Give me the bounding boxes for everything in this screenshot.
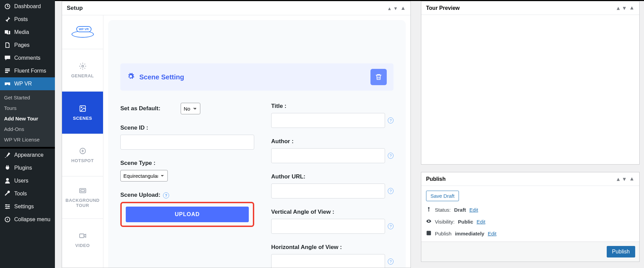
label-scene-id: Scene ID : bbox=[120, 125, 254, 131]
move-down-icon[interactable]: ▾ bbox=[623, 5, 626, 11]
svg-point-1 bbox=[8, 206, 9, 207]
field-vview: Vertical Angle of View : ? bbox=[271, 209, 394, 234]
author-url-input[interactable] bbox=[271, 184, 385, 198]
sidebar-submenu: Get Started Tours Add New Tour Add-Ons W… bbox=[0, 90, 55, 147]
move-up-icon[interactable]: ▴ bbox=[388, 5, 391, 12]
sidebar-item-tools[interactable]: Tools bbox=[0, 187, 55, 200]
move-up-icon[interactable]: ▴ bbox=[617, 176, 620, 182]
delete-scene-button[interactable] bbox=[370, 69, 387, 85]
brush-icon bbox=[4, 152, 11, 158]
field-scene-type: Scene Type : Equirectangular bbox=[120, 160, 254, 181]
info-icon[interactable]: ? bbox=[388, 259, 394, 265]
sidebar-item-appearance[interactable]: Appearance bbox=[0, 149, 55, 161]
svg-point-6 bbox=[81, 107, 82, 108]
user-icon bbox=[4, 177, 11, 184]
edit-schedule-link[interactable]: Edit bbox=[488, 231, 497, 236]
sub-license[interactable]: WP VR License bbox=[0, 134, 55, 145]
sub-add-new-tour[interactable]: Add New Tour bbox=[0, 113, 55, 124]
setup-panel-header[interactable]: Setup ▴ ▾ ▲ bbox=[62, 1, 410, 15]
vtab-general[interactable]: GENERAL bbox=[62, 49, 103, 92]
sidebar-item-pages[interactable]: Pages bbox=[0, 39, 55, 52]
vtab-label: SCENES bbox=[73, 116, 92, 121]
vtab-scenes[interactable]: SCENES bbox=[62, 92, 103, 134]
publish-panel: Publish ▴ ▾ ▲ Save Draft Status: Draft E… bbox=[421, 172, 640, 262]
field-author: Author : ? bbox=[271, 138, 394, 163]
section-title: Scene Setting bbox=[139, 73, 184, 81]
comment-icon bbox=[4, 55, 11, 61]
sidebar-label: Fluent Forms bbox=[14, 68, 46, 74]
svg-point-4 bbox=[82, 65, 84, 67]
default-select[interactable]: No bbox=[181, 103, 200, 114]
key-icon bbox=[426, 207, 431, 213]
sidebar-item-wpvr[interactable]: WP VR bbox=[0, 77, 55, 90]
info-icon[interactable]: ? bbox=[388, 188, 394, 194]
author-input[interactable] bbox=[271, 148, 385, 163]
form-icon bbox=[4, 68, 11, 74]
edit-visibility-link[interactable]: Edit bbox=[477, 219, 485, 225]
svg-rect-18 bbox=[427, 231, 430, 235]
schedule-value: immediately bbox=[455, 231, 484, 236]
svg-rect-12 bbox=[79, 234, 84, 238]
vtab-video[interactable]: VIDEO bbox=[62, 219, 103, 261]
toggle-icon[interactable]: ▲ bbox=[400, 5, 406, 12]
info-icon[interactable]: ? bbox=[388, 153, 394, 159]
move-up-icon[interactable]: ▴ bbox=[617, 5, 620, 11]
move-down-icon[interactable]: ▾ bbox=[623, 176, 626, 182]
save-draft-button[interactable]: Save Draft bbox=[426, 191, 459, 201]
sidebar-item-collapse[interactable]: Collapse menu bbox=[0, 213, 55, 226]
hview-input[interactable] bbox=[271, 254, 385, 268]
media-icon bbox=[4, 29, 11, 36]
toggle-icon[interactable]: ▲ bbox=[629, 176, 635, 182]
wpvr-logo: WP VR bbox=[62, 15, 103, 49]
sidebar-item-users[interactable]: Users bbox=[0, 174, 55, 187]
sidebar-item-settings[interactable]: Settings bbox=[0, 200, 55, 213]
vtab-bgtour[interactable]: BACKGROUND TOUR bbox=[62, 176, 103, 219]
sidebar-item-posts[interactable]: Posts bbox=[0, 13, 55, 26]
setup-panel: Setup ▴ ▾ ▲ WP VR GENERAL SCENES bbox=[62, 1, 411, 268]
scene-setting-header: Scene Setting bbox=[120, 63, 394, 91]
svg-rect-10 bbox=[79, 189, 85, 193]
admin-sidebar: Dashboard Posts Media Pages Comments Flu… bbox=[0, 0, 55, 268]
sidebar-item-comments[interactable]: Comments bbox=[0, 52, 55, 64]
title-input[interactable] bbox=[271, 113, 385, 128]
info-icon[interactable]: ? bbox=[388, 223, 394, 229]
publish-title: Publish bbox=[426, 176, 446, 182]
field-author-url: Author URL: ? bbox=[271, 173, 394, 198]
vview-input[interactable] bbox=[271, 219, 385, 234]
sub-tours[interactable]: Tours bbox=[0, 103, 55, 113]
sidebar-item-dashboard[interactable]: Dashboard bbox=[0, 0, 55, 13]
publish-footer: Publish bbox=[421, 242, 639, 262]
label-scene-upload: Scene Upload:? bbox=[120, 192, 254, 198]
panel-controls: ▴ ▾ ▲ bbox=[388, 5, 406, 12]
label-default: Set as Default: bbox=[120, 105, 160, 112]
sidebar-label: Users bbox=[14, 178, 28, 184]
toggle-icon[interactable]: ▲ bbox=[629, 5, 635, 11]
svg-point-2 bbox=[6, 208, 7, 209]
upload-button[interactable]: UPLOAD bbox=[126, 207, 249, 222]
vtab-hotspot[interactable]: HOTSPOT bbox=[62, 134, 103, 176]
publish-panel-header[interactable]: Publish ▴ ▾ ▲ bbox=[421, 172, 639, 186]
scene-id-input[interactable] bbox=[120, 135, 254, 150]
vtab-label: GENERAL bbox=[71, 73, 94, 78]
sidebar-label: Tools bbox=[14, 191, 27, 197]
sidebar-item-plugins[interactable]: Plugins bbox=[0, 161, 55, 174]
vr-icon bbox=[4, 80, 11, 87]
publish-button[interactable]: Publish bbox=[607, 246, 635, 257]
wrench-icon bbox=[4, 190, 11, 197]
pin-icon bbox=[4, 16, 11, 23]
preview-panel-header[interactable]: Tour Preview ▴ ▾ ▲ bbox=[421, 1, 639, 15]
sub-addons[interactable]: Add-Ons bbox=[0, 124, 55, 134]
tour-preview-panel: Tour Preview ▴ ▾ ▲ bbox=[421, 1, 640, 165]
move-down-icon[interactable]: ▾ bbox=[394, 5, 397, 12]
form-right-column: Title : ? Author : ? Author URL: ? bbox=[271, 103, 394, 268]
info-icon[interactable]: ? bbox=[388, 117, 394, 123]
edit-status-link[interactable]: Edit bbox=[469, 207, 478, 213]
sidebar-label: Media bbox=[14, 29, 29, 35]
sidebar-item-media[interactable]: Media bbox=[0, 26, 55, 39]
field-hview: Horizontal Angle of View : ? bbox=[271, 244, 394, 268]
sub-get-started[interactable]: Get Started bbox=[0, 92, 55, 103]
scene-type-select[interactable]: Equirectangular bbox=[120, 170, 168, 181]
sidebar-item-fluentforms[interactable]: Fluent Forms bbox=[0, 64, 55, 77]
info-icon[interactable]: ? bbox=[163, 192, 169, 198]
label-scene-type: Scene Type : bbox=[120, 160, 254, 167]
